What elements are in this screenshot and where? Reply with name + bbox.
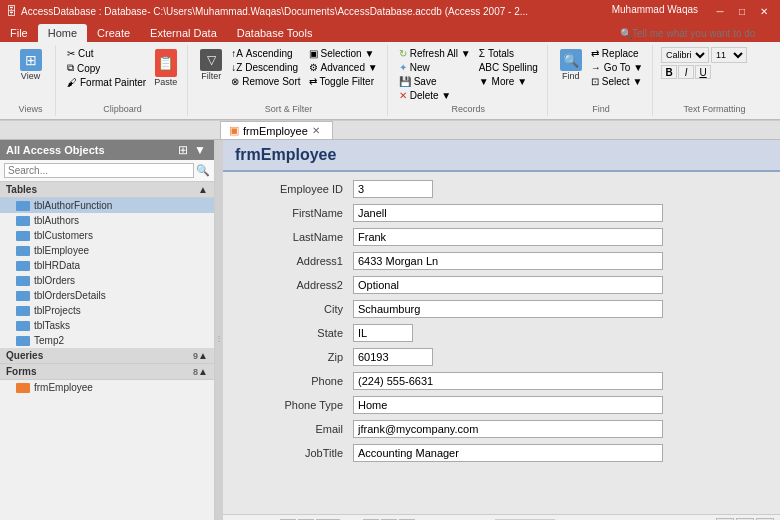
nav-search-icon: 🔍 (196, 164, 210, 177)
totals-button[interactable]: Σ Totals (476, 47, 541, 60)
label-lastname: LastName (243, 231, 353, 243)
selection-icon: ▣ (309, 48, 318, 59)
field-row-phone-type: Phone Type (243, 396, 760, 414)
input-phone[interactable] (353, 372, 663, 390)
label-state: State (243, 327, 353, 339)
spelling-button[interactable]: ABC Spelling (476, 61, 541, 74)
forms-section-header[interactable]: Forms 8 ▲ (0, 364, 214, 380)
ribbon-search-input[interactable] (632, 28, 772, 39)
navigation-pane: All Access Objects ⊞ ▼ 🔍 Tables ▲ tblAut… (0, 140, 215, 520)
label-employee-id: Employee ID (243, 183, 353, 195)
close-button[interactable]: ✕ (754, 4, 774, 18)
tab-create[interactable]: Create (87, 24, 140, 42)
save-icon: 💾 (399, 76, 411, 87)
input-lastname[interactable] (353, 228, 663, 246)
forms-list: frmEmployee (0, 380, 214, 395)
bold-button[interactable]: B (661, 65, 677, 79)
refresh-icon: ↻ (399, 48, 407, 59)
advanced-icon: ⚙ (309, 62, 318, 73)
input-zip[interactable] (353, 348, 433, 366)
more-button[interactable]: ▼ More ▼ (476, 75, 541, 88)
nav-item-tblcustomers[interactable]: tblCustomers (0, 228, 214, 243)
nav-search-input[interactable] (4, 163, 194, 178)
ascending-button[interactable]: ↑A Ascending (228, 47, 303, 60)
advanced-button[interactable]: ⚙ Advanced ▼ (306, 61, 381, 74)
italic-button[interactable]: I (678, 65, 694, 79)
form-title: frmEmployee (223, 140, 780, 172)
form-tab-icon: ▣ (229, 124, 239, 137)
nav-pane-collapse-button[interactable]: ⊞ (176, 143, 190, 157)
nav-item-tblorders[interactable]: tblOrders (0, 273, 214, 288)
font-name-select[interactable]: Calibri (661, 47, 709, 63)
tables-section-header[interactable]: Tables ▲ (0, 182, 214, 198)
selection-button[interactable]: ▣ Selection ▼ (306, 47, 381, 60)
nav-pane-chevron-button[interactable]: ▼ (192, 143, 208, 157)
table-icon (16, 276, 30, 286)
tab-external-data[interactable]: External Data (140, 24, 227, 42)
tab-file[interactable]: File (0, 24, 38, 42)
nav-item-tblauthorfunction[interactable]: tblAuthorFunction (0, 198, 214, 213)
view-button[interactable]: ⊞ View (16, 47, 46, 83)
form-tab[interactable]: ▣ frmEmployee ✕ (220, 121, 333, 139)
input-employee-id[interactable] (353, 180, 433, 198)
goto-button[interactable]: → Go To ▼ (588, 61, 646, 74)
table-icon (16, 216, 30, 226)
tab-database-tools[interactable]: Database Tools (227, 24, 323, 42)
nav-item-temp2[interactable]: Temp2 (0, 333, 214, 348)
input-jobtitle[interactable] (353, 444, 663, 462)
select-button[interactable]: ⊡ Select ▼ (588, 75, 646, 88)
label-address1: Address1 (243, 255, 353, 267)
find-button[interactable]: 🔍 Find (556, 47, 586, 83)
new-icon: ✦ (399, 62, 407, 73)
table-icon (16, 321, 30, 331)
field-row-state: State (243, 324, 760, 342)
underline-button[interactable]: U (695, 65, 711, 79)
new-record-button[interactable]: ✦ New (396, 61, 474, 74)
totals-icon: Σ (479, 48, 485, 59)
cut-button[interactable]: ✂ Cut (64, 47, 149, 60)
paste-button[interactable]: 📋 Paste (150, 47, 181, 89)
format-painter-button[interactable]: 🖌 Format Painter (64, 76, 149, 89)
label-firstname: FirstName (243, 207, 353, 219)
input-city[interactable] (353, 300, 663, 318)
queries-section-header[interactable]: Queries 9 ▲ (0, 348, 214, 364)
ribbon-group-views: ⊞ View Views (6, 45, 56, 116)
form-area-wrapper: frmEmployee Employee ID FirstName LastNa… (223, 140, 780, 520)
nav-item-frmemployee[interactable]: frmEmployee (0, 380, 214, 395)
forms-collapse-icon: ▲ (198, 366, 208, 377)
user-name: Muhammad Waqas (612, 4, 698, 18)
input-state[interactable] (353, 324, 413, 342)
input-firstname[interactable] (353, 204, 663, 222)
refresh-all-button[interactable]: ↻ Refresh All ▼ (396, 47, 474, 60)
maximize-button[interactable]: □ (732, 4, 752, 18)
tab-home[interactable]: Home (38, 24, 87, 42)
nav-item-tblhrdata[interactable]: tblHRData (0, 258, 214, 273)
nav-item-tblemployee[interactable]: tblEmployee (0, 243, 214, 258)
title-bar: 🗄 AccessDatabase : Database- C:\Users\Mu… (0, 0, 780, 22)
minimize-button[interactable]: ─ (710, 4, 730, 18)
replace-button[interactable]: ⇄ Replace (588, 47, 646, 60)
font-size-select[interactable]: 11 (711, 47, 747, 63)
table-icon (16, 246, 30, 256)
app-icon: 🗄 (6, 5, 17, 17)
descending-button[interactable]: ↓Z Descending (228, 61, 303, 74)
field-row-address1: Address1 (243, 252, 760, 270)
nav-item-tblprojects[interactable]: tblProjects (0, 303, 214, 318)
input-email[interactable] (353, 420, 663, 438)
delete-button[interactable]: ✕ Delete ▼ (396, 89, 474, 102)
nav-pane-resize-handle[interactable]: ⋮ (215, 140, 223, 520)
remove-sort-button[interactable]: ⊗ Remove Sort (228, 75, 303, 88)
find-icon: 🔍 (560, 49, 582, 71)
copy-button[interactable]: ⧉ Copy (64, 61, 149, 75)
toggle-filter-button[interactable]: ⇄ Toggle Filter (306, 75, 381, 88)
nav-item-tbltasks[interactable]: tblTasks (0, 318, 214, 333)
filter-button[interactable]: ▽ Filter (196, 47, 226, 83)
input-address1[interactable] (353, 252, 663, 270)
save-button[interactable]: 💾 Save (396, 75, 474, 88)
input-phone-type[interactable] (353, 396, 663, 414)
input-address2[interactable] (353, 276, 663, 294)
nav-item-tblordersdetails[interactable]: tblOrdersDetails (0, 288, 214, 303)
table-icon (16, 336, 30, 346)
doc-tab-close-button[interactable]: ✕ (312, 125, 320, 136)
nav-item-tblauthors[interactable]: tblAuthors (0, 213, 214, 228)
